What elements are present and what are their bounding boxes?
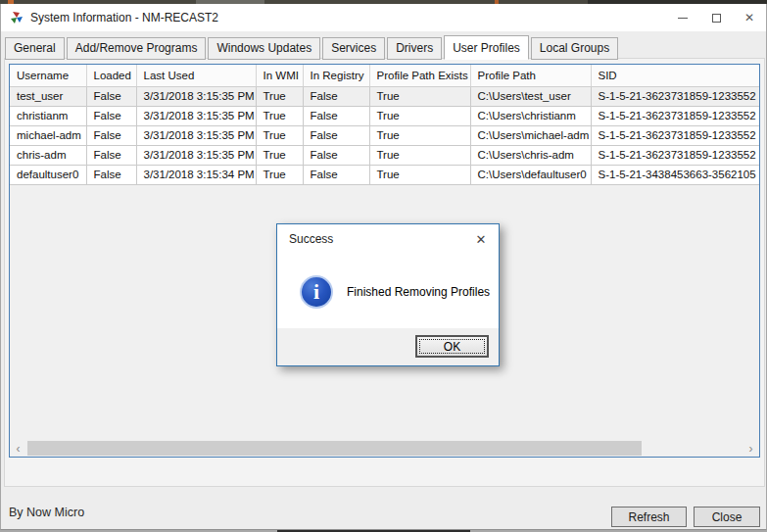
table-cell[interactable]: C:\Users\test_user (470, 86, 591, 106)
tab-drivers[interactable]: Drivers (387, 37, 442, 60)
window-title: System Information - NM-RECAST2 (30, 11, 218, 24)
table-cell[interactable]: False (303, 165, 369, 184)
tab-strip: GeneralAdd/Remove ProgramsWindows Update… (5, 37, 620, 60)
table-cell[interactable]: S-1-5-21-3623731859-1233552 (591, 86, 759, 106)
minimize-icon (678, 18, 688, 19)
table-cell[interactable]: C:\Users\michael-adm (470, 125, 591, 145)
ok-button[interactable]: OK (415, 335, 489, 358)
scroll-right-arrow-icon[interactable]: › (743, 440, 759, 457)
grid-header-row: UsernameLoadedLast UsedIn WMIIn Registry… (10, 65, 759, 86)
table-cell[interactable]: C:\Users\defaultuser0 (470, 165, 591, 184)
refresh-button[interactable]: Refresh (611, 507, 687, 527)
table-row[interactable]: christianmFalse3/31/2018 3:15:35 PMTrueF… (10, 106, 759, 125)
table-cell[interactable]: True (256, 106, 303, 125)
scrollbar-thumb[interactable] (27, 441, 642, 456)
table-cell[interactable]: False (86, 125, 136, 145)
table-cell[interactable]: S-1-5-21-3438453663-3562105 (591, 165, 759, 184)
table-cell[interactable]: chris-adm (10, 145, 86, 165)
table-cell[interactable]: christianm (10, 106, 86, 125)
app-logo-icon (10, 11, 24, 24)
table-cell[interactable]: True (256, 165, 303, 184)
column-header[interactable]: In WMI (256, 65, 303, 86)
table-row[interactable]: michael-admFalse3/31/2018 3:15:35 PMTrue… (10, 125, 759, 145)
maximize-button[interactable] (699, 4, 733, 31)
table-cell[interactable]: True (256, 145, 303, 165)
table-row[interactable]: defaultuser0False3/31/2018 3:15:34 PMTru… (10, 165, 759, 184)
table-cell[interactable]: True (256, 125, 303, 145)
table-cell[interactable]: test_user (10, 86, 86, 106)
table-cell[interactable]: 3/31/2018 3:15:35 PM (136, 145, 256, 165)
credit-label: By Now Micro (9, 506, 84, 519)
close-window-button[interactable]: ✕ (733, 4, 766, 31)
dialog-title: Success (289, 232, 333, 246)
table-cell[interactable]: False (86, 106, 136, 125)
table-cell[interactable]: False (86, 165, 136, 184)
table-cell[interactable]: C:\Users\christianm (470, 106, 591, 125)
table-cell[interactable]: False (86, 86, 136, 106)
profiles-table: UsernameLoadedLast UsedIn WMIIn Registry… (10, 65, 759, 185)
column-header[interactable]: Loaded (86, 65, 136, 86)
table-cell[interactable]: 3/31/2018 3:15:35 PM (136, 106, 256, 125)
table-cell[interactable]: True (256, 86, 303, 106)
table-cell[interactable]: True (369, 86, 470, 106)
table-cell[interactable]: False (303, 86, 369, 106)
tab-general[interactable]: General (5, 37, 65, 60)
table-cell[interactable]: S-1-5-21-3623731859-1233552 (591, 106, 759, 125)
table-cell[interactable]: True (369, 145, 470, 165)
table-cell[interactable]: michael-adm (10, 125, 86, 145)
table-row[interactable]: test_userFalse3/31/2018 3:15:35 PMTrueFa… (10, 86, 759, 106)
title-bar[interactable]: System Information - NM-RECAST2 ✕ (1, 4, 766, 31)
table-row[interactable]: chris-admFalse3/31/2018 3:15:35 PMTrueFa… (10, 145, 759, 165)
table-cell[interactable]: True (369, 165, 470, 184)
info-icon: i (300, 275, 333, 309)
table-cell[interactable]: False (303, 106, 369, 125)
column-header[interactable]: Username (10, 65, 86, 86)
table-cell[interactable]: S-1-5-21-3623731859-1233552 (591, 125, 759, 145)
column-header[interactable]: Profile Path Exists (369, 65, 470, 86)
scroll-left-arrow-icon[interactable]: ‹ (10, 440, 26, 457)
table-cell[interactable]: 3/31/2018 3:15:35 PM (136, 86, 256, 106)
table-cell[interactable]: True (369, 106, 470, 125)
table-cell[interactable]: False (303, 125, 369, 145)
close-button[interactable]: Close (694, 507, 760, 527)
tab-windows-updates[interactable]: Windows Updates (208, 37, 320, 60)
column-header[interactable]: In Registry (303, 65, 369, 86)
column-header[interactable]: SID (591, 65, 759, 86)
dialog-message: Finished Removing Profiles (347, 285, 490, 299)
column-header[interactable]: Last Used (136, 65, 256, 86)
column-header[interactable]: Profile Path (470, 65, 591, 86)
minimize-button[interactable] (666, 4, 699, 31)
window-controls: ✕ (666, 4, 766, 31)
horizontal-scrollbar[interactable]: ‹ › (10, 440, 759, 457)
success-dialog: Success ✕ i Finished Removing Profiles O… (276, 223, 500, 366)
maximize-icon (712, 14, 721, 23)
table-cell[interactable]: C:\Users\chris-adm (470, 145, 591, 165)
dialog-close-icon[interactable]: ✕ (472, 230, 490, 248)
grid-body: test_userFalse3/31/2018 3:15:35 PMTrueFa… (10, 86, 759, 184)
table-cell[interactable]: 3/31/2018 3:15:34 PM (136, 165, 256, 184)
tab-services[interactable]: Services (322, 37, 385, 60)
table-cell[interactable]: defaultuser0 (10, 165, 86, 184)
dialog-footer: OK (277, 328, 499, 365)
table-cell[interactable]: False (86, 145, 136, 165)
tab-add-remove-programs[interactable]: Add/Remove Programs (67, 37, 207, 60)
tab-local-groups[interactable]: Local Groups (531, 37, 618, 60)
tab-user-profiles[interactable]: User Profiles (444, 35, 529, 60)
close-icon: ✕ (744, 12, 754, 24)
table-cell[interactable]: S-1-5-21-3623731859-1233552 (591, 145, 759, 165)
table-cell[interactable]: False (303, 145, 369, 165)
table-cell[interactable]: True (369, 125, 470, 145)
table-cell[interactable]: 3/31/2018 3:15:35 PM (136, 125, 256, 145)
